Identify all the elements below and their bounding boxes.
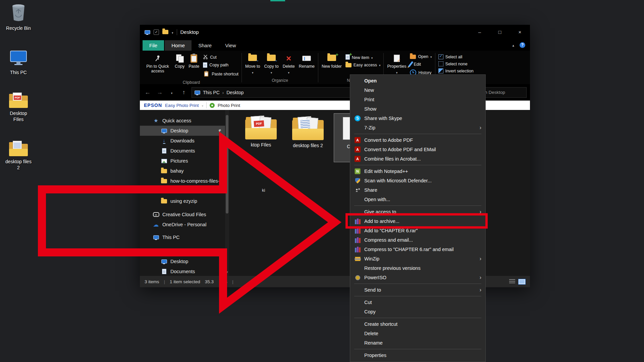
open-button[interactable]: Open (409, 53, 433, 60)
menu-item-give-access-to[interactable]: Give access to (350, 207, 485, 217)
menu-item-poweriso[interactable]: PowerISO (350, 273, 485, 282)
menu-item-add-to-archive[interactable]: Add to archive... (350, 217, 485, 226)
copy-path-button[interactable]: Copy path (202, 61, 240, 69)
up-button[interactable] (179, 89, 188, 96)
thumbnail-view-toggle-icon[interactable] (519, 279, 525, 284)
menu-item-delete[interactable]: Delete (350, 329, 485, 338)
sidebar-item-this-pc-documents[interactable]: Documents (140, 266, 229, 276)
easy-photo-print-label[interactable]: Easy Photo Print (165, 103, 199, 108)
file-desktop-files[interactable]: ktop FIles (243, 115, 279, 147)
sidebar-item-quick-access[interactable]: Quick access (140, 116, 229, 126)
sidebar-item-pictures[interactable]: Pictures (140, 156, 229, 166)
desktop-icon-desktop-files-2[interactable]: desktop files 2 (0, 141, 37, 171)
sidebar-item-this-pc[interactable]: This PC (140, 232, 229, 242)
up-arrow-icon (182, 89, 185, 96)
forward-button[interactable] (155, 89, 164, 96)
copy-button[interactable]: Copy (173, 52, 186, 69)
scrollbar-thumb[interactable] (226, 115, 228, 214)
menu-item-combine-files-in-acrobat[interactable]: Combine files in Acrobat... (350, 154, 485, 164)
menu-item-copy[interactable]: Copy (350, 307, 485, 316)
properties-button[interactable]: Properties (385, 52, 408, 76)
menu-item-convert-to-adobe-pdf-and-email[interactable]: Convert to Adobe PDF and EMail (350, 145, 485, 154)
paste-shortcut-button[interactable]: Paste shortcut (202, 69, 240, 79)
easy-access-button[interactable]: Easy access (344, 62, 382, 68)
new-folder-button[interactable]: New folder (320, 52, 343, 69)
collapse-ribbon-icon[interactable] (512, 42, 514, 48)
menu-item-send-to[interactable]: Send to (350, 285, 485, 295)
tab-share[interactable]: Share (192, 40, 218, 51)
sidebar-item-desktop[interactable]: Desktop (140, 126, 229, 136)
menu-item-new[interactable]: New (350, 85, 485, 95)
top-accent-strip (270, 0, 285, 1)
desktop-icon-this-pc[interactable]: This PC (0, 50, 37, 75)
rename-button[interactable]: Rename (297, 52, 316, 69)
sidebar-item-this-pc-desktop[interactable]: Desktop (140, 256, 229, 266)
new-item-button[interactable]: New item (344, 53, 382, 62)
menu-item-print[interactable]: Print (350, 95, 485, 104)
menu-item-edit-with-notepadpp[interactable]: Edit with Notepad++ (350, 167, 485, 176)
back-button[interactable] (143, 89, 152, 96)
sidebar-item-downloads[interactable]: Downloads (140, 136, 229, 146)
maximize-button[interactable]: □ (490, 25, 510, 39)
menu-item-share-with-skype[interactable]: Share with Skype (350, 114, 485, 123)
menu-item-rename[interactable]: Rename (350, 338, 485, 348)
expand-chevron-icon[interactable] (220, 138, 222, 143)
help-icon[interactable]: ? (520, 42, 525, 48)
documents-icon (162, 148, 166, 154)
close-button[interactable]: × (510, 25, 530, 39)
menu-item-compress-to-chapter6-rar-and-email[interactable]: Compress to "CHAPTER 6.rar" and email (350, 245, 485, 254)
expand-chevron-icon[interactable] (220, 148, 222, 154)
menu-item-winzip[interactable]: WinZip (350, 254, 485, 263)
menu-item-convert-to-adobe-pdf[interactable]: Convert to Adobe PDF (350, 135, 485, 145)
sidebar-item-documents[interactable]: Documents (140, 146, 229, 156)
delete-button[interactable]: Delete (281, 52, 297, 76)
minimize-button[interactable]: – (470, 25, 490, 39)
tab-view[interactable]: View (218, 40, 243, 51)
sidebar-item-creative-cloud-files[interactable]: Creative Cloud Files (140, 209, 229, 220)
expand-chevron-icon[interactable] (220, 159, 222, 164)
menu-item-properties[interactable]: Properties (350, 351, 485, 360)
sidebar-item-how-to-compress[interactable]: how-to-compress-files-l (140, 176, 229, 186)
move-to-button[interactable]: Move to (244, 52, 262, 76)
breadcrumb-this-pc[interactable]: This PC (203, 90, 220, 95)
menu-item-cut[interactable]: Cut (350, 298, 485, 307)
desktop-icon-recycle-bin[interactable]: Recycle Bin (0, 3, 37, 31)
menu-item-show[interactable]: Show (350, 104, 485, 114)
submenu-arrow-icon (480, 287, 481, 293)
sidebar-item-bahay[interactable]: bahay (140, 166, 229, 176)
qat-customize-icon[interactable] (172, 29, 173, 35)
edit-button[interactable]: Edit (409, 60, 433, 68)
menu-item-scan-with-defender[interactable]: Scan with Microsoft Defender... (350, 176, 485, 185)
recent-locations-button[interactable] (167, 89, 176, 96)
quick-access-check-icon[interactable] (154, 29, 159, 35)
sidebar-item-using-ezyzip[interactable]: using ezyzip (140, 196, 229, 206)
menu-item-add-to-chapter6-rar[interactable]: Add to "CHAPTER 6.rar" (350, 226, 485, 235)
quick-access-folder-icon[interactable] (162, 30, 168, 34)
menu-item-share[interactable]: Share (350, 185, 485, 195)
breadcrumb-desktop[interactable]: Desktop (226, 90, 244, 95)
menu-item-open-with[interactable]: Open with... (350, 195, 485, 204)
epson-dropdown-icon[interactable] (202, 103, 204, 108)
menu-item-restore-previous-versions[interactable]: Restore previous versions (350, 263, 485, 273)
sidebar-item-onedrive[interactable]: OneDrive - Personal (140, 220, 229, 230)
invert-selection-button[interactable]: Invert selection (437, 67, 475, 74)
tab-home[interactable]: Home (165, 40, 192, 51)
scroll-down-icon[interactable] (226, 268, 228, 275)
sidebar-scrollbar[interactable] (225, 110, 229, 276)
copy-to-button[interactable]: Copy to (263, 52, 280, 76)
menu-item-7zip[interactable]: 7-Zip (350, 123, 485, 132)
details-view-toggle-icon[interactable] (509, 279, 515, 284)
pin-to-quick-access-button[interactable]: Pin to Quick access (143, 52, 172, 74)
file-desktop-files-2[interactable]: desktop files 2 (289, 116, 326, 148)
menu-item-create-shortcut[interactable]: Create shortcut (350, 319, 485, 329)
photo-print-button[interactable]: Photo Print (218, 103, 240, 108)
paste-button[interactable]: Paste (187, 52, 201, 69)
cut-button[interactable]: Cut (202, 53, 240, 61)
menu-item-open[interactable]: Open (350, 76, 485, 85)
select-none-button[interactable]: Select none (437, 60, 475, 67)
menu-item-compress-and-email[interactable]: Compress and email... (350, 235, 485, 245)
select-all-button[interactable]: Select all (437, 53, 475, 60)
desktop-icon-desktop-files[interactable]: Desktop FIles (0, 93, 37, 122)
button-label: Open (418, 54, 428, 59)
tab-file[interactable]: File (143, 40, 164, 51)
